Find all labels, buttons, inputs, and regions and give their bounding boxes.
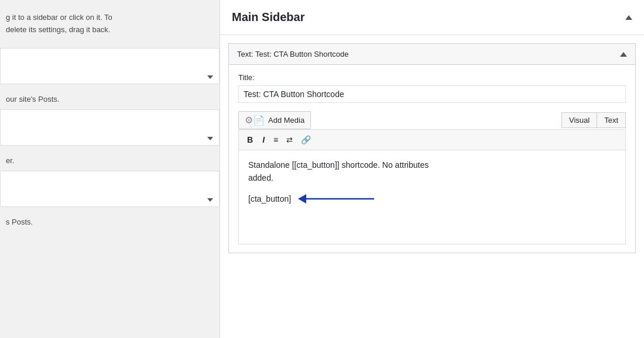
- view-buttons: Visual Text: [561, 112, 626, 128]
- widget-content: Title: ⚙📄 Add Media Visual Text B I: [229, 65, 635, 253]
- editor-toolbar-top: ⚙📄 Add Media Visual Text: [238, 111, 626, 129]
- editor-area: B I ≡ ⇄ 🔗 Standalone [[cta_button]] shor…: [238, 129, 626, 244]
- widget-collapse-arrow-2[interactable]: [207, 137, 213, 140]
- left-description: g it to a sidebar or click on it. To del…: [0, 12, 220, 48]
- widget-collapse-arrow-1[interactable]: [207, 75, 213, 79]
- widget-subtext-3: s Posts.: [0, 214, 220, 232]
- visual-button[interactable]: Visual: [561, 112, 597, 128]
- widget-block-title: Text: Test: CTA Button Shortcode: [237, 50, 349, 58]
- arrowhead: [298, 194, 306, 204]
- bold-button[interactable]: B: [244, 134, 256, 146]
- editor-paragraph: Standalone [[cta_button]] shortcode. No …: [248, 158, 616, 185]
- link-icon[interactable]: 🔗: [298, 134, 314, 146]
- add-media-icon: ⚙📄: [245, 115, 265, 126]
- widget-placeholder-1: [0, 48, 220, 84]
- widget-collapse-arrow-3[interactable]: [207, 198, 213, 202]
- widget-placeholder-3: [0, 171, 220, 207]
- sidebar-header: Main Sidebar: [220, 0, 644, 35]
- main-sidebar-panel: Main Sidebar Text: Test: CTA Button Shor…: [220, 0, 644, 338]
- text-button[interactable]: Text: [597, 112, 626, 128]
- editor-content-area[interactable]: Standalone [[cta_button]] shortcode. No …: [239, 150, 625, 244]
- widget-subtext-2: er.: [0, 153, 220, 171]
- sidebar-title: Main Sidebar: [232, 11, 304, 24]
- title-label: Title:: [238, 73, 626, 82]
- widget-block-header: Text: Test: CTA Button Shortcode: [229, 44, 635, 65]
- sidebar-collapse-icon[interactable]: [625, 15, 632, 20]
- text-widget-block: Text: Test: CTA Button Shortcode Title: …: [228, 43, 636, 253]
- shortcode-line: [cta_button]: [248, 192, 616, 206]
- left-panel: g it to a sidebar or click on it. To del…: [0, 0, 220, 338]
- title-input[interactable]: [238, 85, 626, 103]
- widget-placeholder-2: [0, 109, 220, 146]
- arrow-annotation: [298, 192, 374, 206]
- add-media-button[interactable]: ⚙📄 Add Media: [238, 111, 311, 129]
- shortcode-text: [cta_button]: [248, 192, 291, 205]
- ordered-list-icon[interactable]: ⇄: [283, 134, 296, 146]
- widget-block-collapse-icon[interactable]: [620, 52, 627, 57]
- editor-format-bar: B I ≡ ⇄ 🔗: [239, 130, 625, 150]
- widget-subtext-1: our site's Posts.: [0, 91, 220, 109]
- arrow-svg: [298, 192, 374, 206]
- italic-button[interactable]: I: [259, 134, 268, 146]
- unordered-list-icon[interactable]: ≡: [270, 134, 281, 146]
